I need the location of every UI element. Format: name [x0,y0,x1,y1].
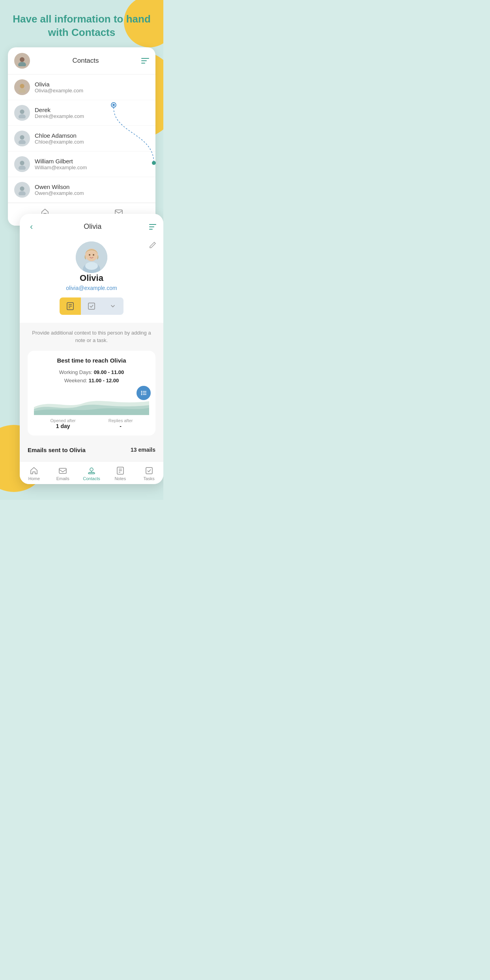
profile-name: Olivia [80,273,103,283]
william-name: William Gilbert [35,158,87,165]
nav-notes[interactable]: Notes [106,466,135,481]
tasks-nav-icon [145,466,153,475]
owen-avatar [14,182,30,198]
nav-emails[interactable]: Emails [49,466,77,481]
svg-point-21 [93,254,94,256]
back-button[interactable]: ‹ [27,220,36,234]
svg-point-7 [19,140,26,144]
tab-buttons [60,297,123,315]
nav-home-label: Home [28,476,40,481]
svg-point-0 [20,57,24,62]
nav-tasks-label: Tasks [144,476,155,481]
contact-item-derek[interactable]: Derek Derek@example.com [8,100,155,126]
contact-item-owen[interactable]: Owen Wilson Owen@example.com [8,177,155,203]
nav-home[interactable]: Home [20,466,49,481]
notes-tab-button[interactable] [60,297,81,315]
emails-sent-label: Emails sent to Olivia [28,447,86,453]
contacts-menu-icon[interactable] [141,58,149,64]
contact-item-olivia[interactable]: Olivia Olivia@example.com [8,75,155,100]
detail-title: Olivia [84,223,101,231]
replies-after-label: Replies after [108,418,133,423]
svg-point-19 [85,249,98,261]
olivia-info: Olivia Olivia@example.com [35,81,83,94]
svg-point-9 [19,165,26,170]
contacts-nav-icon [87,466,96,475]
profile-avatar [76,241,107,273]
contact-detail-card: ‹ Olivia [20,214,163,484]
svg-point-4 [20,109,24,114]
working-days-row: Working Days: 09.00 - 11.00 [34,369,149,375]
nav-emails-label: Emails [56,476,69,481]
emails-count: 13 emails [131,447,155,453]
nav-notes-label: Notes [114,476,126,481]
chloe-name: Chloe Adamson [35,132,84,139]
svg-point-6 [20,135,24,139]
weekend-row: Weekend: 11.00 - 12.00 [34,378,149,383]
header-avatar [14,53,30,69]
contact-item-william[interactable]: William Gilbert William@example.com [8,151,155,177]
chloe-email: Chloe@example.com [35,139,84,145]
page-title: Have all information to hand with Contac… [9,13,154,39]
contacts-list-card: Contacts Olivia Olivia@example.com [8,47,155,226]
edit-button[interactable] [149,241,156,251]
replies-after-value: - [108,423,133,429]
contacts-list-title: Contacts [72,57,99,65]
chloe-avatar [14,131,30,146]
weekend-value: 11.00 - 12.00 [89,378,119,383]
opened-after-label: Opened after [50,418,76,423]
william-info: William Gilbert William@example.com [35,158,87,170]
best-time-card: Best time to reach Olivia Working Days: … [28,351,155,436]
working-days-label: Working Days: [59,369,92,375]
nav-contacts[interactable]: Contacts [77,466,106,481]
nav-contacts-label: Contacts [83,476,100,481]
page-header: Have all information to hand with Contac… [0,0,163,47]
svg-point-20 [89,254,90,256]
svg-point-3 [19,88,26,93]
derek-email: Derek@example.com [35,113,84,119]
svg-point-8 [20,161,24,165]
notes-nav-icon [116,466,125,475]
svg-point-34 [90,468,93,471]
profile-email: olivia@example.com [66,285,117,291]
owen-info: Owen Wilson Owen@example.com [35,183,84,196]
weekend-label: Weekend: [64,378,87,383]
nav-tasks[interactable]: Tasks [135,466,163,481]
detail-menu-icon[interactable] [149,224,156,230]
svg-point-10 [20,186,24,191]
contact-item-chloe[interactable]: Chloe Adamson Chloe@example.com [8,126,155,151]
svg-point-18 [85,262,98,270]
svg-rect-35 [88,473,95,474]
tasks-tab-button[interactable] [81,297,102,315]
detail-header: ‹ Olivia [20,214,163,238]
svg-point-5 [19,114,26,118]
owen-name: Owen Wilson [35,183,84,190]
page-wrapper: Have all information to hand with Contac… [0,0,163,500]
hint-text: Provide additional context to this perso… [28,329,155,344]
opened-after-value: 1 day [50,423,76,429]
olivia-avatar [14,79,30,95]
chloe-info: Chloe Adamson Chloe@example.com [35,132,84,145]
olivia-email: Olivia@example.com [35,88,83,94]
dropdown-tab-button[interactable] [102,297,123,315]
svg-rect-33 [59,468,66,473]
opened-after-stat: Opened after 1 day [50,418,76,429]
working-days-value: 09.00 - 11.00 [94,369,124,375]
detail-profile: Olivia olivia@example.com [20,238,163,323]
stats-row: Opened after 1 day Replies after - [34,418,149,429]
svg-point-11 [19,191,26,195]
home-nav-icon [30,466,38,475]
svg-point-1 [18,62,26,66]
william-email: William@example.com [35,165,87,170]
svg-point-2 [20,84,24,88]
svg-rect-43 [146,468,152,474]
replies-after-stat: Replies after - [108,418,133,429]
detail-bottom-nav: Home Emails Contacts [20,461,163,484]
derek-name: Derek [35,107,84,113]
best-time-title: Best time to reach Olivia [34,357,149,364]
derek-avatar [14,105,30,121]
olivia-name: Olivia [35,81,83,88]
william-avatar [14,156,30,172]
svg-rect-26 [88,303,95,309]
owen-email: Owen@example.com [35,190,84,196]
derek-info: Derek Derek@example.com [35,107,84,119]
